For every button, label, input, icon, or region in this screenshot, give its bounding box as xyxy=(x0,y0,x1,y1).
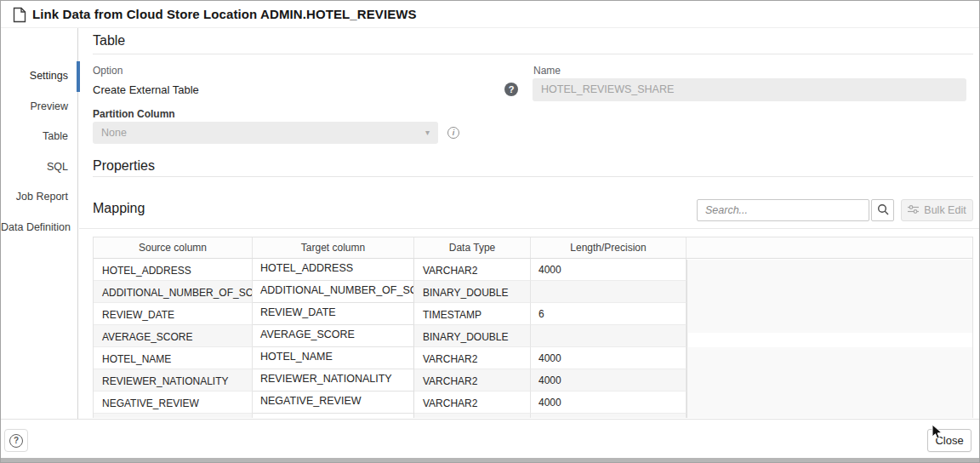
option-help-icon[interactable]: ? xyxy=(504,83,518,96)
source-column-cell xyxy=(94,414,253,418)
option-label: Option xyxy=(93,65,122,77)
bulk-edit-button[interactable]: Bulk Edit xyxy=(901,199,973,221)
table-section-heading: Table xyxy=(93,33,125,49)
source-column-cell: ADDITIONAL_NUMBER_OF_SCORING xyxy=(94,281,253,303)
mapping-table-header: Source column Target column Data Type Le… xyxy=(94,237,972,259)
length-precision-cell[interactable]: 6 xyxy=(531,303,687,325)
help-icon: ? xyxy=(9,434,23,448)
data-type-cell[interactable] xyxy=(414,414,531,418)
sidebar-step-table[interactable]: Table xyxy=(1,127,77,146)
data-type-cell[interactable]: VARCHAR2 xyxy=(414,392,531,414)
wizard-step-sidebar: Settings Preview Table SQL Job Report Da… xyxy=(1,28,78,419)
column-header-target[interactable]: Target column xyxy=(253,237,414,258)
sidebar-step-label: Data Definition xyxy=(1,221,71,233)
table-empty-region xyxy=(687,260,972,418)
mapping-toolbar-divider xyxy=(79,228,980,229)
sidebar-step-data-definition[interactable]: Data Definition xyxy=(1,218,77,237)
data-type-cell[interactable]: VARCHAR2 xyxy=(414,347,531,369)
table-section-divider xyxy=(93,54,973,54)
source-column-cell: NEGATIVE_REVIEW xyxy=(94,392,253,414)
sidebar-step-settings[interactable]: Settings xyxy=(1,66,77,85)
target-column-cell[interactable]: AVERAGE_SCORE xyxy=(253,325,414,347)
data-type-cell[interactable]: BINARY_DOUBLE xyxy=(414,281,531,303)
sidebar-step-job-report[interactable]: Job Report xyxy=(1,187,77,206)
help-button[interactable]: ? xyxy=(4,429,28,452)
properties-section-heading: Properties xyxy=(93,158,155,174)
target-column-cell[interactable]: REVIEWER_NATIONALITY xyxy=(253,369,414,392)
dialog-footer: ? Close xyxy=(1,419,979,458)
bulk-edit-label: Bulk Edit xyxy=(924,204,966,216)
partition-info-icon[interactable]: i xyxy=(447,127,459,139)
data-type-cell[interactable]: TIMESTAMP xyxy=(414,303,531,325)
length-precision-cell[interactable] xyxy=(531,281,687,303)
dialog-titlebar: Link Data from Cloud Store Location ADMI… xyxy=(1,1,979,28)
name-label: Name xyxy=(533,65,561,77)
length-precision-cell[interactable] xyxy=(531,325,687,347)
partition-column-value: None xyxy=(101,127,127,139)
sidebar-step-label: Table xyxy=(43,130,68,142)
sidebar-step-label: Settings xyxy=(30,70,68,82)
dialog-title: Link Data from Cloud Store Location ADMI… xyxy=(32,7,417,21)
length-precision-cell[interactable]: 4000 xyxy=(531,259,687,281)
document-icon xyxy=(13,7,26,26)
source-column-cell: HOTEL_ADDRESS xyxy=(94,259,253,281)
mapping-search-input[interactable] xyxy=(697,199,869,221)
sliders-icon xyxy=(908,204,919,217)
source-column-cell: HOTEL_NAME xyxy=(94,347,253,369)
target-column-cell[interactable]: NEGATIVE_REVIEW xyxy=(253,392,414,414)
sidebar-step-label: SQL xyxy=(47,161,68,173)
length-precision-cell[interactable] xyxy=(531,414,687,418)
column-header-filler xyxy=(687,237,972,258)
partition-column-label: Partition Column xyxy=(93,108,175,120)
sidebar-step-label: Job Report xyxy=(16,191,68,203)
sidebar-step-label: Preview xyxy=(31,100,68,112)
sidebar-step-preview[interactable]: Preview xyxy=(1,97,77,116)
close-button[interactable]: Close xyxy=(927,429,971,452)
column-header-source[interactable]: Source column xyxy=(94,237,253,258)
length-precision-cell[interactable]: 4000 xyxy=(531,392,687,414)
data-type-cell[interactable]: VARCHAR2 xyxy=(414,369,531,392)
column-header-datatype[interactable]: Data Type xyxy=(414,237,531,258)
chevron-down-icon: ▾ xyxy=(425,122,430,144)
table-empty-band xyxy=(688,333,972,347)
window-bottom-band xyxy=(1,458,979,463)
link-data-dialog: Link Data from Cloud Store Location ADMI… xyxy=(0,0,980,463)
target-column-cell[interactable]: ADDITIONAL_NUMBER_OF_SCORING xyxy=(253,281,414,303)
sidebar-step-sql[interactable]: SQL xyxy=(1,157,77,176)
target-column-cell[interactable]: REVIEW_DATE xyxy=(253,303,414,325)
option-value: Create External Table xyxy=(93,83,199,96)
target-column-cell[interactable]: HOTEL_ADDRESS xyxy=(253,259,414,281)
mapping-table: Source column Target column Data Type Le… xyxy=(93,237,973,418)
data-type-cell[interactable]: BINARY_DOUBLE xyxy=(414,325,531,347)
length-precision-cell[interactable]: 4000 xyxy=(531,369,687,392)
mapping-section-heading: Mapping xyxy=(93,201,145,216)
partition-column-select: None ▾ xyxy=(93,122,438,144)
target-column-cell[interactable]: HOTEL_NAME xyxy=(253,347,414,369)
name-input: HOTEL_REVIEWS_SHARE xyxy=(533,78,966,101)
source-column-cell: AVERAGE_SCORE xyxy=(94,325,253,347)
length-precision-cell[interactable]: 4000 xyxy=(531,347,687,369)
search-icon xyxy=(877,203,889,218)
search-button[interactable] xyxy=(871,199,894,221)
column-header-length[interactable]: Length/Precision xyxy=(531,237,687,258)
source-column-cell: REVIEWER_NATIONALITY xyxy=(94,369,253,392)
source-column-cell: REVIEW_DATE xyxy=(94,303,253,325)
data-type-cell[interactable]: VARCHAR2 xyxy=(414,259,531,281)
target-column-cell[interactable]: REVIEW_TOTAL_NEGATIVE_WOR xyxy=(253,414,414,418)
properties-section-divider xyxy=(93,176,973,177)
